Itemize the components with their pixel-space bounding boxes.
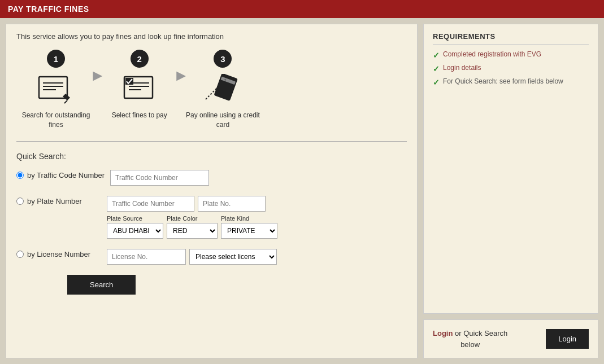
radio-plate-label[interactable]: by Plate Number bbox=[27, 197, 82, 205]
plate-color-label: Plate Color bbox=[167, 215, 218, 222]
plate-source-label: Plate Source bbox=[107, 215, 163, 222]
radio-license-col: by License Number bbox=[16, 249, 101, 258]
svg-marker-4 bbox=[63, 94, 70, 100]
search-button[interactable]: Search bbox=[67, 275, 136, 295]
service-description: This service allows you to pay fines and… bbox=[16, 32, 407, 41]
req-item-2: ✓ Login details bbox=[433, 64, 589, 73]
plate-kind-select[interactable]: PRIVATE COMMERCIAL TAXI bbox=[221, 223, 277, 239]
req-link-1[interactable]: Completed registration with EVG bbox=[443, 50, 541, 58]
req-text-2: Login details bbox=[443, 64, 481, 72]
step-2: 2 Select fines to pay bbox=[100, 50, 179, 120]
plate-kind-group: Plate Kind PRIVATE COMMERCIAL TAXI bbox=[221, 215, 277, 239]
req-check-3: ✓ bbox=[433, 78, 440, 87]
step-3-number: 3 bbox=[214, 50, 232, 68]
quick-search-text: Quick Search bbox=[463, 329, 507, 337]
login-or-text: or bbox=[455, 329, 463, 337]
step-1-number: 1 bbox=[47, 50, 65, 68]
req-check-2: ✓ bbox=[433, 64, 440, 73]
radio-traffic[interactable] bbox=[16, 172, 24, 179]
login-box: Login or Quick Search below Login bbox=[423, 319, 598, 358]
plate-kind-label: Plate Kind bbox=[221, 215, 277, 222]
plate-color-select[interactable]: RED WHITE BLUE bbox=[167, 223, 218, 239]
step-1-label: Search for outstanding fines bbox=[16, 111, 95, 130]
license-type-select[interactable]: Please select licens bbox=[189, 249, 277, 265]
login-button[interactable]: Login bbox=[546, 329, 589, 349]
req-item-3: ✓ For Quick Search: see form fields belo… bbox=[433, 77, 589, 87]
step-1: 1 Search for outstanding fines bbox=[16, 50, 95, 130]
option-traffic-code: by Traffic Code Number bbox=[16, 170, 407, 186]
traffic-code-input[interactable] bbox=[110, 170, 209, 186]
radio-license[interactable] bbox=[16, 251, 24, 258]
page-title: PAY TRAFFIC FINES bbox=[8, 5, 89, 14]
req-check-1: ✓ bbox=[433, 51, 440, 60]
plate-inputs bbox=[107, 196, 277, 212]
login-link[interactable]: Login bbox=[433, 329, 453, 337]
quick-search-label: Quick Search: bbox=[16, 152, 407, 161]
step-1-icon bbox=[33, 72, 79, 106]
search-btn-row: Search bbox=[16, 275, 407, 295]
main-content: This service allows you to pay fines and… bbox=[0, 18, 604, 364]
steps-row: 1 Search for outstanding fines ► bbox=[16, 50, 407, 130]
plate-no-input[interactable] bbox=[198, 196, 266, 212]
requirements-title: REQUIREMENTS bbox=[433, 32, 589, 45]
step-3-label: Pay online using a credit card bbox=[183, 111, 262, 130]
radio-plate[interactable] bbox=[16, 198, 24, 205]
svg-line-5 bbox=[64, 100, 67, 103]
right-panel: REQUIREMENTS ✓ Completed registration wi… bbox=[423, 24, 598, 358]
plate-source-select[interactable]: ABU DHABI DUBAI SHARJAH bbox=[107, 223, 163, 239]
license-inputs: Please select licens bbox=[107, 249, 277, 265]
radio-license-label[interactable]: by License Number bbox=[27, 250, 90, 258]
req-item-1: ✓ Completed registration with EVG bbox=[433, 50, 589, 60]
left-panel: This service allows you to pay fines and… bbox=[6, 24, 418, 358]
req-link-2[interactable]: Login details bbox=[443, 64, 481, 72]
option-plate-number: by Plate Number Plate Source ABU DHABI D… bbox=[16, 196, 407, 239]
plate-color-group: Plate Color RED WHITE BLUE bbox=[167, 215, 218, 239]
page-header: PAY TRAFFIC FINES bbox=[0, 0, 604, 18]
step-2-number: 2 bbox=[131, 50, 149, 68]
req-text-3: For Quick Search: see form fields below bbox=[443, 77, 563, 85]
page-wrapper: PAY TRAFFIC FINES This service allows yo… bbox=[0, 0, 604, 364]
plate-dropdowns: Plate Source ABU DHABI DUBAI SHARJAH Pla… bbox=[107, 215, 277, 239]
license-no-input[interactable] bbox=[107, 249, 186, 265]
requirements-box: REQUIREMENTS ✓ Completed registration wi… bbox=[423, 24, 598, 314]
below-text: below bbox=[460, 340, 480, 349]
plate-traffic-code-input[interactable] bbox=[107, 196, 194, 212]
req-text-1: Completed registration with EVG bbox=[443, 50, 541, 58]
step-3-icon bbox=[200, 72, 245, 106]
option-license-number: by License Number Please select licens bbox=[16, 249, 407, 265]
svg-rect-0 bbox=[39, 77, 67, 98]
radio-traffic-label[interactable]: by Traffic Code Number bbox=[27, 171, 105, 179]
step-2-icon bbox=[117, 72, 162, 106]
divider bbox=[16, 141, 407, 142]
plate-source-group: Plate Source ABU DHABI DUBAI SHARJAH bbox=[107, 215, 163, 239]
plate-row: Plate Source ABU DHABI DUBAI SHARJAH Pla… bbox=[107, 196, 277, 239]
step-3: 3 Pay online using a credit card bbox=[183, 50, 262, 130]
radio-plate-col: by Plate Number bbox=[16, 196, 101, 205]
login-box-text: Login or Quick Search below bbox=[433, 328, 507, 350]
step-2-label: Select fines to pay bbox=[112, 111, 167, 120]
radio-traffic-col: by Traffic Code Number bbox=[16, 170, 105, 179]
